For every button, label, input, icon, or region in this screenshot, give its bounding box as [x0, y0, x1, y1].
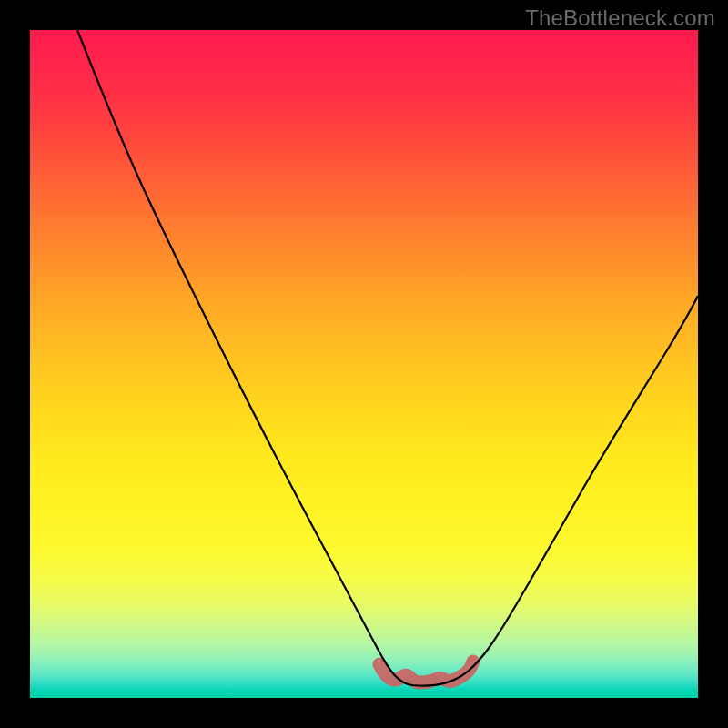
- watermark-text: TheBottleneck.com: [525, 5, 715, 31]
- optimal-zone-marker: [379, 662, 473, 682]
- curve-svg: [30, 30, 698, 698]
- chart-frame: TheBottleneck.com: [0, 0, 728, 728]
- bottleneck-curve-line: [77, 30, 698, 686]
- plot-area: [30, 30, 698, 698]
